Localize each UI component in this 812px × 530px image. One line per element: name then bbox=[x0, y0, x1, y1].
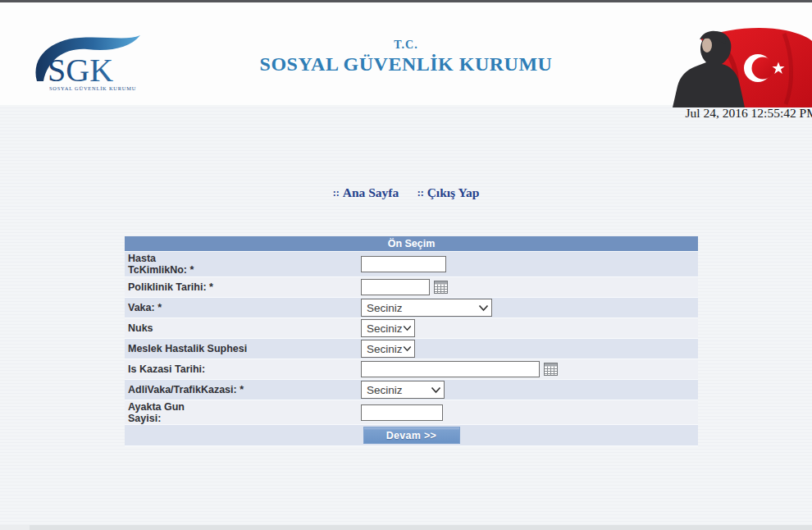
page: SGK SOSYAL GÜVENLİK KURUMU T.C. SOSYAL G… bbox=[0, 0, 812, 530]
poliklinik-date-input[interactable] bbox=[361, 279, 430, 295]
poliklinik-label: Poliklinik Tarihi: * bbox=[125, 281, 361, 293]
calendar-icon[interactable] bbox=[544, 363, 558, 376]
timestamp: Jul 24, 2016 12:55:42 PM bbox=[686, 106, 812, 121]
nav-logout-prefix: :: bbox=[417, 187, 424, 199]
adli-vaka-select[interactable]: Seciniz bbox=[361, 381, 445, 399]
tc-no-input[interactable] bbox=[361, 256, 446, 272]
on-secim-form: Ön Seçim Hasta TcKimlikNo: * Poliklinik … bbox=[125, 236, 698, 446]
row-ayakta: Ayakta Gun Sayisi: bbox=[125, 400, 698, 425]
row-nuks: Nuks Seciniz bbox=[125, 318, 698, 339]
is-kazasi-date-input[interactable] bbox=[361, 361, 540, 377]
is-kazasi-label: Is Kazasi Tarihi: bbox=[125, 363, 361, 375]
row-vaka: Vaka: * Seciniz bbox=[125, 298, 698, 318]
row-tc-no: Hasta TcKimlikNo: * bbox=[125, 252, 698, 277]
vaka-select-value: Seciniz bbox=[367, 302, 403, 314]
scrollbar-corner bbox=[0, 525, 30, 530]
ataturk-flag-image bbox=[661, 25, 812, 107]
chevron-down-icon bbox=[403, 345, 412, 352]
row-submit: Devam >> bbox=[125, 425, 698, 446]
adli-vaka-select-value: Seciniz bbox=[367, 384, 403, 396]
vaka-select[interactable]: Seciniz bbox=[361, 299, 492, 317]
calendar-icon[interactable] bbox=[434, 281, 448, 294]
site-header: SGK SOSYAL GÜVENLİK KURUMU T.C. SOSYAL G… bbox=[0, 2, 812, 105]
meslek-select-value: Seciniz bbox=[367, 343, 403, 355]
main-nav: ::Ana Sayfa ::Çıkış Yap bbox=[0, 185, 812, 200]
nav-home-prefix: :: bbox=[333, 187, 340, 199]
meslek-label: Meslek Hastalik Suphesi bbox=[125, 343, 361, 354]
nav-logout-link[interactable]: ::Çıkış Yap bbox=[417, 185, 480, 199]
row-poliklinik: Poliklinik Tarihi: * bbox=[125, 277, 698, 298]
ayakta-gun-input[interactable] bbox=[361, 404, 443, 421]
row-adli-vaka: AdliVaka/TrafikKazasi: * Seciniz bbox=[125, 380, 698, 400]
nav-home-label: Ana Sayfa bbox=[343, 185, 399, 199]
nuks-select-value: Seciniz bbox=[367, 322, 403, 335]
row-is-kazasi: Is Kazasi Tarihi: bbox=[125, 359, 698, 380]
nuks-label: Nuks bbox=[125, 322, 361, 334]
vaka-label: Vaka: * bbox=[125, 302, 361, 313]
ayakta-label: Ayakta Gun Sayisi: bbox=[125, 401, 361, 424]
nav-home-link[interactable]: ::Ana Sayfa bbox=[333, 185, 399, 199]
form-title: Ön Seçim bbox=[125, 236, 698, 252]
nav-logout-label: Çıkış Yap bbox=[427, 185, 480, 199]
adli-vaka-label: AdliVaka/TrafikKazasi: * bbox=[125, 384, 361, 395]
horizontal-scrollbar[interactable] bbox=[0, 525, 812, 530]
logo-subtitle: SOSYAL GÜVENLİK KURUMU bbox=[49, 85, 136, 91]
devam-button[interactable]: Devam >> bbox=[363, 427, 460, 444]
row-meslek: Meslek Hastalik Suphesi Seciniz bbox=[125, 339, 698, 359]
chevron-down-icon bbox=[478, 304, 489, 312]
tc-no-label: Hasta TcKimlikNo: * bbox=[125, 253, 361, 276]
chevron-down-icon bbox=[403, 325, 412, 331]
meslek-select[interactable]: Seciniz bbox=[361, 340, 415, 358]
browser-top-edge bbox=[0, 0, 812, 2]
chevron-down-icon bbox=[431, 386, 441, 394]
nuks-select[interactable]: Seciniz bbox=[361, 319, 415, 337]
